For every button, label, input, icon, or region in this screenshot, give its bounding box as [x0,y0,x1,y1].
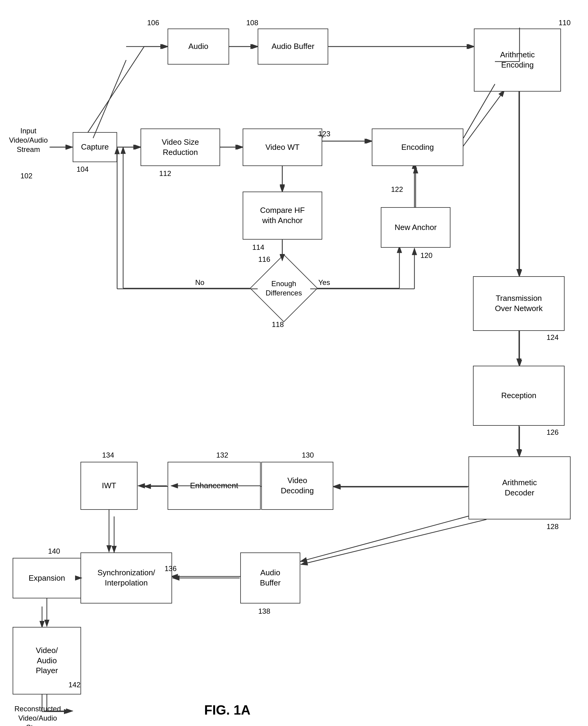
expansion-box: Expansion [13,558,81,598]
reception-box: Reception [473,366,565,426]
fig-label: FIG. 1A [204,703,250,718]
audio-box: Audio [168,28,229,65]
svg-line-32 [93,60,126,138]
svg-line-2 [84,46,144,138]
ref-114: 114 [252,242,264,252]
video-size-reduction-box: Video SizeReduction [141,129,220,166]
encoding-box: Encoding [372,129,463,166]
diagram: 106 Audio 108 Audio Buffer 110 Arithmeti… [0,0,588,726]
input-stream-label: InputVideo/AudioStream [9,126,48,154]
ref-116: 116 [258,255,270,264]
ref-112: 112 [159,169,171,178]
ref-132: 132 [216,450,228,460]
video-decoding-box: VideoDecoding [261,462,333,510]
sync-interp-box: Synchronization/Interpolation [81,552,172,603]
arrows-svg [0,0,588,726]
no-label: No [195,278,205,287]
ref-136: 136 [165,564,176,573]
ref-110: 110 [559,18,571,27]
iwt-box: IWT [81,462,138,510]
arithmetic-decoder-box: ArithmeticDecoder [468,456,571,519]
yes-label: Yes [318,278,330,287]
ref-120: 120 [420,251,433,260]
ref-138: 138 [258,606,270,616]
ref-106: 106 [147,18,159,27]
ref-142: 142 [68,680,81,689]
ref-128: 128 [547,522,559,531]
ref-122: 122 [391,185,403,194]
ref-126: 126 [547,428,559,437]
arrows-svg2 [0,0,588,726]
ref-130: 130 [302,450,314,460]
ref-124: 124 [547,333,559,342]
ref-140: 140 [48,547,60,556]
audio-buffer-top-box: Audio Buffer [258,28,328,65]
ref-118: 118 [272,320,284,329]
transmission-box: TransmissionOver Network [473,276,565,331]
new-anchor-box: New Anchor [381,207,450,248]
audio-buffer-bottom-box: AudioBuffer [240,552,300,603]
svg-line-16 [462,90,505,147]
enhancement-box: Enhancement [168,462,261,510]
svg-line-57 [301,519,486,564]
compare-hf-box: Compare HFwith Anchor [243,192,322,240]
enough-differences-diamond: EnoughDifferences [257,261,311,315]
video-wt-box: Video WT [243,129,322,166]
ref-123: 123 [318,129,330,138]
ref-102: 102 [20,171,33,180]
svg-line-46 [463,84,495,138]
ref-134: 134 [102,450,114,460]
svg-line-24 [300,510,489,561]
reconstructed-label: ReconstructedVideo/AudioStream [15,704,61,726]
ref-104: 104 [77,165,89,174]
ref-108: 108 [246,18,258,27]
arithmetic-encoding-box: ArithmeticEncoding [474,28,561,91]
capture-box: Capture [73,132,117,162]
